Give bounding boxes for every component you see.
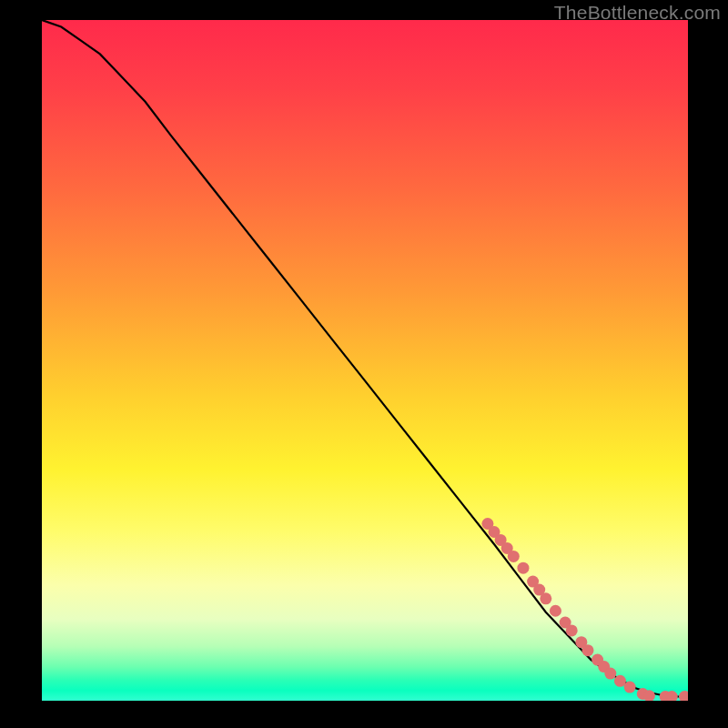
data-point bbox=[581, 644, 593, 656]
data-point bbox=[604, 668, 616, 680]
data-point bbox=[624, 682, 636, 693]
data-point bbox=[550, 605, 561, 617]
data-point bbox=[540, 592, 551, 604]
watermark-text: TheBottleneck.com bbox=[554, 2, 721, 24]
bottleneck-curve bbox=[42, 20, 688, 697]
plot-area bbox=[42, 20, 688, 701]
data-point bbox=[508, 551, 520, 562]
data-point bbox=[566, 624, 578, 636]
data-point bbox=[517, 562, 529, 574]
chart-frame: TheBottleneck.com bbox=[0, 0, 728, 728]
data-point bbox=[679, 691, 688, 701]
marker-group bbox=[481, 518, 688, 701]
chart-svg bbox=[42, 20, 688, 701]
